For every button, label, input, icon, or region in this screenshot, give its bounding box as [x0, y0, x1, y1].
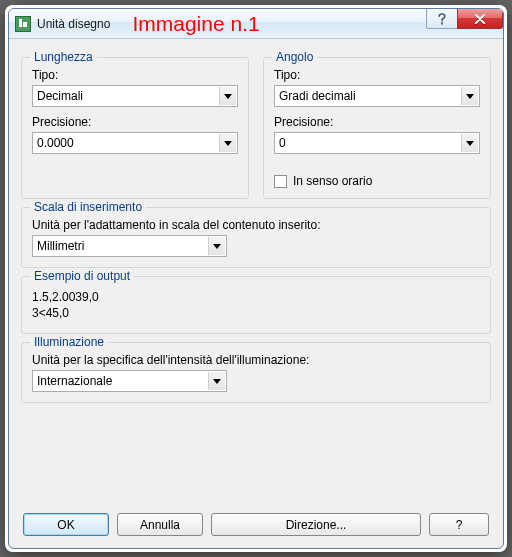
length-type-label: Tipo:: [32, 68, 238, 82]
length-precision-label: Precisione:: [32, 115, 238, 129]
lighting-units-value: Internazionale: [37, 374, 112, 388]
dialog-window: Unità disegno Immagine n.1 Lunghezza Tip…: [8, 8, 504, 549]
cancel-button-label: Annulla: [140, 518, 180, 532]
insertion-units-select[interactable]: Millimetri: [32, 235, 227, 257]
app-icon: [15, 16, 31, 32]
chevron-down-icon: [208, 372, 225, 390]
clockwise-checkbox[interactable]: [274, 175, 287, 188]
insertion-scale-group: Scala di inserimento Unità per l'adattam…: [21, 207, 491, 268]
help-button-label: ?: [456, 518, 463, 532]
clockwise-label: In senso orario: [293, 174, 372, 188]
lighting-group: Illuminazione Unità per la specifica del…: [21, 342, 491, 403]
sample-line2: 3<45,0: [32, 305, 480, 321]
chevron-down-icon: [219, 134, 236, 152]
chevron-down-icon: [461, 87, 478, 105]
angle-precision-select[interactable]: 0: [274, 132, 480, 154]
length-precision-value: 0.0000: [37, 136, 74, 150]
lighting-legend: Illuminazione: [30, 335, 108, 349]
button-bar: OK Annulla Direzione... ?: [21, 513, 491, 536]
angle-group: Angolo Tipo: Gradi decimali Precisione: …: [263, 57, 491, 199]
chevron-down-icon: [461, 134, 478, 152]
insertion-legend: Scala di inserimento: [30, 200, 146, 214]
direction-button-label: Direzione...: [286, 518, 347, 532]
help-button[interactable]: ?: [429, 513, 489, 536]
sample-output-group: Esempio di output 1.5,2.0039,0 3<45,0: [21, 276, 491, 334]
angle-legend: Angolo: [272, 50, 317, 64]
cancel-button[interactable]: Annulla: [117, 513, 203, 536]
angle-type-select[interactable]: Gradi decimali: [274, 85, 480, 107]
insertion-units-value: Millimetri: [37, 239, 84, 253]
angle-type-label: Tipo:: [274, 68, 480, 82]
lighting-units-select[interactable]: Internazionale: [32, 370, 227, 392]
titlebar: Unità disegno Immagine n.1: [9, 9, 503, 39]
length-type-value: Decimali: [37, 89, 83, 103]
length-legend: Lunghezza: [30, 50, 97, 64]
sample-legend: Esempio di output: [30, 269, 134, 283]
angle-precision-label: Precisione:: [274, 115, 480, 129]
titlebar-help-button[interactable]: [426, 9, 458, 29]
lighting-desc: Unità per la specifica dell'intensità de…: [32, 353, 480, 367]
ok-button-label: OK: [57, 518, 74, 532]
direction-button[interactable]: Direzione...: [211, 513, 421, 536]
sample-line1: 1.5,2.0039,0: [32, 289, 480, 305]
insertion-desc: Unità per l'adattamento in scala del con…: [32, 218, 480, 232]
length-type-select[interactable]: Decimali: [32, 85, 238, 107]
ok-button[interactable]: OK: [23, 513, 109, 536]
annotation-label: Immagine n.1: [132, 12, 259, 36]
chevron-down-icon: [219, 87, 236, 105]
angle-precision-value: 0: [279, 136, 286, 150]
window-title: Unità disegno: [37, 17, 110, 31]
length-group: Lunghezza Tipo: Decimali Precisione: 0.0…: [21, 57, 249, 199]
close-button[interactable]: [457, 9, 503, 29]
angle-type-value: Gradi decimali: [279, 89, 356, 103]
chevron-down-icon: [208, 237, 225, 255]
length-precision-select[interactable]: 0.0000: [32, 132, 238, 154]
